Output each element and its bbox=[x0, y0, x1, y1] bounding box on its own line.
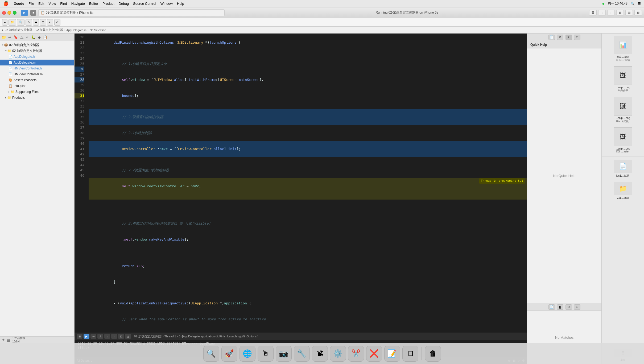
layout-btn3[interactable]: ⊟ bbox=[634, 10, 642, 16]
test-icon[interactable]: ✓ bbox=[26, 35, 29, 39]
file-infoplist[interactable]: 📋 Info.plist bbox=[0, 83, 74, 89]
dock-item-6[interactable]: 🔧 bbox=[294, 346, 310, 362]
breakpoint-icon[interactable]: ◆ bbox=[38, 35, 41, 39]
back-btn[interactable]: ‹ bbox=[598, 10, 606, 16]
close-button[interactable] bbox=[2, 11, 6, 15]
menu-extras[interactable]: ☰ bbox=[638, 2, 641, 6]
menu-xcode[interactable]: Xcode bbox=[14, 2, 24, 6]
project-root[interactable]: ▾ 📦 02-加载自定义控制器 bbox=[0, 42, 74, 48]
inspector-accessibility-btn[interactable]: ⊡ bbox=[574, 35, 580, 40]
layout-btn2[interactable]: ▤ bbox=[625, 10, 633, 16]
file-appdelegate-m[interactable]: 📄 AppDelegate.m bbox=[0, 60, 74, 65]
inspector-file-btn[interactable]: 📄 bbox=[548, 35, 555, 40]
debug-step-out[interactable]: ↑ bbox=[111, 334, 117, 339]
maximize-button[interactable] bbox=[13, 11, 16, 15]
file-assets[interactable]: 🎨 Assets.xcassets bbox=[0, 77, 74, 83]
dock-item-10[interactable]: ❌ bbox=[366, 346, 382, 362]
debug-pause[interactable]: ▶ bbox=[84, 334, 89, 339]
nav-selection: No Selection bbox=[90, 28, 106, 32]
debug-simulate[interactable]: ◎ bbox=[125, 334, 131, 339]
search-btn[interactable]: 🔍 bbox=[17, 19, 24, 26]
dock-item-12[interactable]: 🖥 bbox=[402, 346, 418, 362]
minimize-button[interactable] bbox=[7, 11, 11, 15]
debug-view-debug[interactable]: ⊡ bbox=[118, 334, 124, 339]
code-content[interactable]: didFinishLaunchingWithOptions:(NSDiction… bbox=[86, 34, 527, 333]
file-hmviewcontroller-m[interactable]: 📄 HMViewController.m bbox=[0, 71, 74, 77]
finder-item-3[interactable]: 🖼 ...snip....png 07-...(优化) bbox=[602, 95, 644, 125]
code-area[interactable]: 20 21 22 23 24 25 26 27 28 29 30 31 32 3… bbox=[75, 34, 527, 333]
warning-icon[interactable]: ⚠ bbox=[20, 35, 24, 39]
bottom-icon-2[interactable]: {} bbox=[557, 304, 563, 310]
layout-btn1[interactable]: ⊞ bbox=[616, 10, 624, 16]
nav-file[interactable]: AppDelegate.m bbox=[66, 28, 86, 32]
menu-edit[interactable]: Edit bbox=[38, 2, 44, 6]
menu-debug[interactable]: Debug bbox=[119, 2, 129, 6]
group-supporting[interactable]: ▸ 📁 Supporting Files bbox=[0, 89, 74, 95]
folder-icon[interactable]: 📁 bbox=[2, 35, 6, 39]
diff-btn[interactable]: ⊂ bbox=[54, 19, 60, 26]
debug-icon[interactable]: 🐛 bbox=[31, 35, 36, 39]
inspector-help-btn[interactable]: ? bbox=[565, 35, 572, 40]
debug-step-into[interactable]: ↓ bbox=[104, 334, 110, 339]
finder-item-4[interactable]: 🖼 ...snip....png KSI....aster bbox=[602, 125, 644, 155]
debug-step-over[interactable]: ⇥ bbox=[90, 334, 96, 339]
scheme-breadcrumb[interactable]: 📋 02-加载自定义控制器 › iPhone 6s bbox=[38, 9, 225, 16]
dock-trash[interactable]: 🗑 bbox=[425, 346, 441, 362]
debug-continue[interactable]: ⊞ bbox=[77, 334, 82, 339]
warning-btn[interactable]: ⚠ bbox=[26, 19, 32, 26]
search-icon[interactable]: 🔍 bbox=[631, 2, 635, 6]
bottom-icon-3[interactable]: ⊙ bbox=[565, 304, 572, 310]
apple-menu[interactable]: 🍎 bbox=[3, 1, 9, 6]
nav-group[interactable]: 02-加载自定义控制器 bbox=[36, 28, 63, 32]
dock-launchpad[interactable]: 🚀 bbox=[221, 346, 237, 362]
dock-item-4[interactable]: 🖱 bbox=[258, 346, 274, 362]
report-icon[interactable]: 📋 bbox=[43, 35, 47, 39]
menu-source-control[interactable]: Source Control bbox=[133, 2, 156, 6]
bookmark-icon[interactable]: 🔖 bbox=[14, 35, 18, 39]
finder-item-2[interactable]: 🖼 ...snip....png 车丹分享 bbox=[602, 64, 644, 95]
dock-item-7[interactable]: 📽 bbox=[312, 346, 328, 362]
breakpoint-btn[interactable]: ◆ bbox=[33, 19, 39, 26]
finder-label-4: ...snip....png bbox=[603, 147, 642, 150]
menu-help[interactable]: Help bbox=[177, 2, 184, 6]
finder-item-5[interactable]: 📄 ios1....试题 bbox=[602, 158, 644, 180]
code-line-22: // 1.创建窗口并且指定大小 bbox=[89, 56, 527, 72]
add-file-btn[interactable]: + bbox=[2, 337, 5, 342]
bottom-icon-4[interactable]: ⊞ bbox=[574, 304, 580, 310]
menu-file[interactable]: File bbox=[28, 2, 34, 6]
menu-view[interactable]: View bbox=[48, 2, 56, 6]
nav-project[interactable]: 02-加载自定义控制器 bbox=[5, 28, 32, 32]
folder-btn[interactable]: 📁 bbox=[9, 19, 16, 26]
run-button[interactable]: ▶ bbox=[21, 10, 28, 16]
menu-find[interactable]: Find bbox=[60, 2, 67, 6]
menu-editor[interactable]: Editor bbox=[89, 2, 98, 6]
dock-item-9[interactable]: ✂️ bbox=[348, 346, 364, 362]
vcs-icon[interactable]: ↩ bbox=[8, 35, 11, 39]
code-line-43: // Sent when the application is about to… bbox=[89, 311, 527, 327]
menu-navigate[interactable]: Navigate bbox=[71, 2, 85, 6]
navigator-btn[interactable]: ☰ bbox=[589, 10, 597, 16]
add-btn[interactable]: + bbox=[2, 19, 7, 26]
debug-warning[interactable]: ⚠ bbox=[97, 334, 103, 339]
grid-btn[interactable]: ⊞ bbox=[40, 19, 46, 26]
vcs-btn[interactable]: ↩ bbox=[47, 19, 53, 26]
finder-item-1[interactable]: 📊 ios1....xlsx 第13-...业绩 bbox=[602, 34, 644, 64]
stop-button[interactable]: ■ bbox=[30, 10, 36, 16]
forward-btn[interactable]: › bbox=[607, 10, 615, 16]
dock-item-8[interactable]: ⚙️ bbox=[330, 346, 346, 362]
file-appdelegate-h[interactable]: 📄 AppDelegate.h bbox=[0, 54, 74, 60]
dock-finder[interactable]: 🔍 bbox=[203, 346, 219, 362]
code-line-29 bbox=[89, 157, 527, 162]
menu-window[interactable]: Window bbox=[160, 2, 173, 6]
finder-item-6[interactable]: 📁 ZJL...etail bbox=[602, 180, 644, 201]
dock-item-5[interactable]: 📷 bbox=[276, 346, 292, 362]
menu-product[interactable]: Product bbox=[102, 2, 114, 6]
group-main[interactable]: ▾ 📁 02-加载自定义控制器 bbox=[0, 48, 74, 54]
bottom-icon-1[interactable]: 📄 bbox=[548, 304, 555, 310]
filter-btn[interactable]: ▤ bbox=[7, 338, 10, 342]
inspector-history-btn[interactable]: ⟳ bbox=[557, 35, 563, 40]
dock-item-11[interactable]: 📝 bbox=[384, 346, 400, 362]
dock-safari[interactable]: 🌐 bbox=[240, 346, 255, 362]
group-products[interactable]: ▸ 📁 Products bbox=[0, 95, 74, 101]
file-hmviewcontroller-h[interactable]: 📄 HMViewController.h bbox=[0, 65, 74, 71]
